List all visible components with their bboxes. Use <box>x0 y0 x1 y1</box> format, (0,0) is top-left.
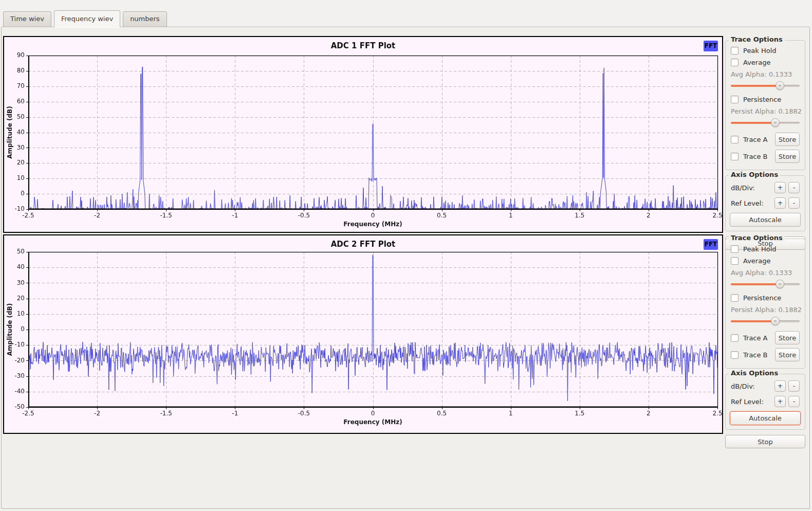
db-div-plus-button[interactable]: + <box>774 380 786 392</box>
trace-a-checkbox[interactable]: Trace A <box>731 136 768 143</box>
adc2-fft-plot: ADC 2 FFT Plot FFT <box>3 234 723 434</box>
control-panel-adc2: Trace Options Peak Hold Average Avg Alph… <box>723 234 807 434</box>
db-div-row: dB/Div: + - <box>731 380 800 392</box>
ref-level-minus-button[interactable]: - <box>788 396 800 407</box>
db-div-row: dB/Div: + - <box>731 182 800 193</box>
slider-fill <box>731 122 775 124</box>
trace-options-title: Trace Options <box>729 35 785 43</box>
ref-level-label: Ref Level: <box>731 398 764 406</box>
ref-level-label: Ref Level: <box>731 199 764 207</box>
slider-handle[interactable]: ≡ <box>776 280 784 288</box>
avg-alpha-slider[interactable]: ≡ <box>731 81 800 90</box>
average-checkbox[interactable]: Average <box>731 59 801 66</box>
tab-frequency-wiev[interactable]: Frequency wiev <box>54 10 120 27</box>
axis-options-group: Axis Options dB/Div: + - Ref Level: + - … <box>725 374 805 430</box>
checkbox-icon <box>731 257 739 265</box>
trace-a-checkbox[interactable]: Trace A <box>731 334 768 342</box>
checkbox-icon <box>731 153 739 160</box>
avg-alpha-label: Avg Alpha: 0.1333 <box>731 70 801 78</box>
persistence-label: Persistence <box>743 294 781 302</box>
slider-fill <box>731 283 780 285</box>
axis-options-title: Axis Options <box>729 171 780 178</box>
ref-level-row: Ref Level: + - <box>731 197 800 209</box>
store-trace-b-button[interactable]: Store <box>775 348 800 361</box>
fft-badge: FFT <box>704 239 718 250</box>
persistence-label: Persistence <box>743 96 781 103</box>
trace-b-row: Trace B Store <box>731 150 800 163</box>
peak-hold-label: Peak Hold <box>743 47 777 54</box>
trace-a-label: Trace A <box>743 334 768 342</box>
checkbox-icon <box>731 136 739 143</box>
tab-time-wiev[interactable]: Time wiev <box>3 11 51 27</box>
persist-alpha-label: Persist Alpha: 0.1882 <box>731 306 801 314</box>
trace-a-row: Trace A Store <box>731 133 800 146</box>
tab-bar: Time wiev Frequency wiev numbers <box>0 0 812 27</box>
trace-options-group: Trace Options Peak Hold Average Avg Alph… <box>725 40 805 170</box>
persist-alpha-slider[interactable]: ≡ <box>731 118 800 127</box>
stop-button[interactable]: Stop <box>725 435 805 448</box>
db-div-label: dB/Div: <box>731 382 755 390</box>
checkbox-icon <box>731 245 739 253</box>
autoscale-button[interactable]: Autoscale <box>730 213 801 227</box>
plot-title-adc1: ADC 1 FFT Plot <box>4 41 722 50</box>
average-label: Average <box>743 59 770 66</box>
trace-b-checkbox[interactable]: Trace B <box>731 351 768 359</box>
ref-level-minus-button[interactable]: - <box>788 197 800 209</box>
plot-title-adc2: ADC 2 FFT Plot <box>4 240 722 249</box>
checkbox-icon <box>731 334 739 342</box>
trace-b-row: Trace B Store <box>731 348 800 361</box>
peak-hold-checkbox[interactable]: Peak Hold <box>731 245 801 253</box>
persistence-checkbox[interactable]: Persistence <box>731 96 801 103</box>
average-checkbox[interactable]: Average <box>731 257 801 265</box>
slider-fill <box>731 85 780 87</box>
trace-a-row: Trace A Store <box>731 331 800 344</box>
slider-handle[interactable]: ≡ <box>776 81 784 90</box>
axis-options-title: Axis Options <box>729 369 780 377</box>
trace-options-title: Trace Options <box>729 234 785 242</box>
trace-b-label: Trace B <box>743 351 768 359</box>
adc2-fft-canvas[interactable] <box>4 235 722 433</box>
persist-alpha-slider[interactable]: ≡ <box>731 317 800 326</box>
axis-options-group: Axis Options dB/Div: + - Ref Level: + - … <box>725 175 805 231</box>
adc1-fft-canvas[interactable] <box>4 37 722 232</box>
slider-handle[interactable]: ≡ <box>771 118 780 127</box>
checkbox-icon <box>731 47 739 54</box>
store-trace-a-button[interactable]: Store <box>775 331 800 344</box>
db-div-label: dB/Div: <box>731 184 755 192</box>
frequency-view-page: ADC 1 FFT Plot FFT Trace Options Peak Ho… <box>1 27 810 509</box>
checkbox-icon <box>731 96 739 103</box>
tab-numbers[interactable]: numbers <box>123 11 167 27</box>
trace-options-group: Trace Options Peak Hold Average Avg Alph… <box>725 239 805 369</box>
db-div-minus-button[interactable]: - <box>788 380 800 392</box>
avg-alpha-label: Avg Alpha: 0.1333 <box>731 269 801 277</box>
checkbox-icon <box>731 59 739 66</box>
checkbox-icon <box>731 351 739 359</box>
average-label: Average <box>743 257 770 265</box>
peak-hold-label: Peak Hold <box>743 245 777 253</box>
trace-b-checkbox[interactable]: Trace B <box>731 153 768 160</box>
app-window: Time wiev Frequency wiev numbers ADC 1 F… <box>0 0 812 511</box>
peak-hold-checkbox[interactable]: Peak Hold <box>731 47 801 54</box>
fft-badge: FFT <box>704 41 718 51</box>
control-panel-adc1: Trace Options Peak Hold Average Avg Alph… <box>723 36 807 233</box>
store-trace-b-button[interactable]: Store <box>775 150 800 163</box>
db-div-minus-button[interactable]: - <box>788 182 800 193</box>
trace-a-label: Trace A <box>743 136 768 143</box>
autoscale-button[interactable]: Autoscale <box>730 411 801 425</box>
checkbox-icon <box>731 294 739 302</box>
persist-alpha-label: Persist Alpha: 0.1882 <box>731 107 801 115</box>
db-div-plus-button[interactable]: + <box>774 182 786 193</box>
store-trace-a-button[interactable]: Store <box>775 133 800 146</box>
slider-fill <box>731 320 775 322</box>
avg-alpha-slider[interactable]: ≡ <box>731 280 800 289</box>
adc1-fft-plot: ADC 1 FFT Plot FFT <box>3 36 723 233</box>
persistence-checkbox[interactable]: Persistence <box>731 294 801 302</box>
ref-level-plus-button[interactable]: + <box>774 396 786 407</box>
slider-handle[interactable]: ≡ <box>771 317 780 325</box>
ref-level-plus-button[interactable]: + <box>774 197 786 209</box>
ref-level-row: Ref Level: + - <box>731 396 800 407</box>
trace-b-label: Trace B <box>743 153 768 160</box>
